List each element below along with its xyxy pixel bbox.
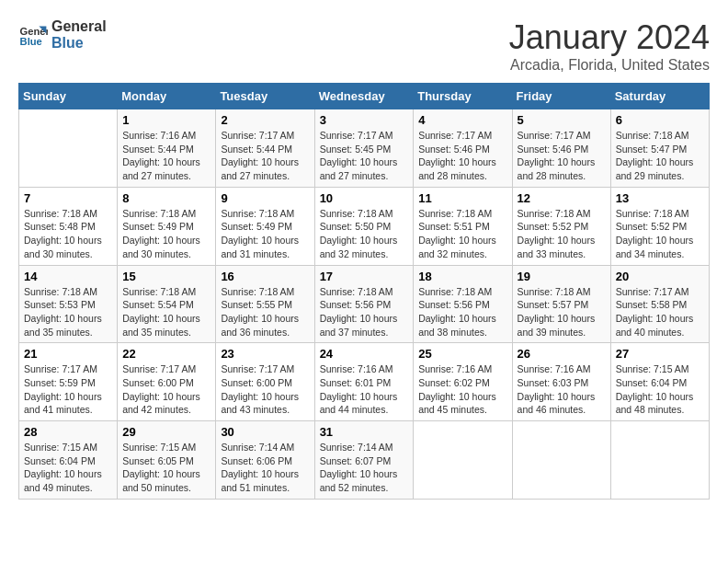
day-number: 23 xyxy=(221,347,309,361)
calendar-cell xyxy=(610,421,709,500)
calendar-cell: 8Sunrise: 7:18 AMSunset: 5:49 PMDaylight… xyxy=(118,187,216,265)
week-row-2: 7Sunrise: 7:18 AMSunset: 5:48 PMDaylight… xyxy=(19,187,710,265)
calendar-cell: 7Sunrise: 7:18 AMSunset: 5:48 PMDaylight… xyxy=(19,187,118,265)
page-header: General Blue General Blue January 2024 A… xyxy=(18,18,710,74)
calendar-cell xyxy=(414,421,512,500)
day-info: Sunrise: 7:18 AMSunset: 5:48 PMDaylight:… xyxy=(24,207,112,261)
day-number: 24 xyxy=(320,347,409,361)
week-row-5: 28Sunrise: 7:15 AMSunset: 6:04 PMDayligh… xyxy=(19,421,710,500)
header-day-sunday: Sunday xyxy=(19,84,118,109)
day-number: 19 xyxy=(518,270,606,283)
day-info: Sunrise: 7:14 AMSunset: 6:07 PMDaylight:… xyxy=(320,441,409,495)
calendar-cell: 23Sunrise: 7:17 AMSunset: 6:00 PMDayligh… xyxy=(216,343,314,421)
day-number: 6 xyxy=(616,113,704,127)
calendar-cell: 28Sunrise: 7:15 AMSunset: 6:04 PMDayligh… xyxy=(19,421,118,500)
calendar-cell: 25Sunrise: 7:16 AMSunset: 6:02 PMDayligh… xyxy=(414,343,512,421)
day-info: Sunrise: 7:16 AMSunset: 5:44 PMDaylight:… xyxy=(122,129,210,183)
day-info: Sunrise: 7:17 AMSunset: 6:00 PMDaylight:… xyxy=(122,362,210,417)
day-info: Sunrise: 7:18 AMSunset: 5:52 PMDaylight:… xyxy=(518,207,606,261)
day-info: Sunrise: 7:15 AMSunset: 6:04 PMDaylight:… xyxy=(616,362,704,417)
day-number: 10 xyxy=(320,191,409,205)
day-number: 1 xyxy=(122,113,210,127)
day-number: 5 xyxy=(518,113,606,127)
calendar-cell: 30Sunrise: 7:14 AMSunset: 6:06 PMDayligh… xyxy=(216,421,314,500)
day-number: 17 xyxy=(320,270,409,283)
calendar-cell: 9Sunrise: 7:18 AMSunset: 5:49 PMDaylight… xyxy=(216,187,314,265)
calendar-cell: 24Sunrise: 7:16 AMSunset: 6:01 PMDayligh… xyxy=(314,343,414,421)
calendar-subtitle: Arcadia, Florida, United States xyxy=(509,57,710,74)
calendar-cell: 29Sunrise: 7:15 AMSunset: 6:05 PMDayligh… xyxy=(118,421,216,500)
day-info: Sunrise: 7:17 AMSunset: 6:00 PMDaylight:… xyxy=(221,362,309,417)
day-number: 27 xyxy=(616,347,704,361)
header-day-thursday: Thursday xyxy=(414,84,512,109)
calendar-cell: 18Sunrise: 7:18 AMSunset: 5:56 PMDayligh… xyxy=(414,265,512,343)
calendar-table: SundayMondayTuesdayWednesdayThursdayFrid… xyxy=(18,83,710,500)
day-info: Sunrise: 7:18 AMSunset: 5:50 PMDaylight:… xyxy=(320,207,409,261)
day-number: 12 xyxy=(518,191,606,205)
day-number: 28 xyxy=(24,425,112,439)
calendar-cell: 31Sunrise: 7:14 AMSunset: 6:07 PMDayligh… xyxy=(314,421,414,500)
calendar-header: SundayMondayTuesdayWednesdayThursdayFrid… xyxy=(19,84,710,109)
calendar-cell: 27Sunrise: 7:15 AMSunset: 6:04 PMDayligh… xyxy=(610,343,709,421)
day-number: 13 xyxy=(616,191,704,205)
day-number: 26 xyxy=(518,347,606,361)
day-info: Sunrise: 7:18 AMSunset: 5:52 PMDaylight:… xyxy=(616,207,704,261)
day-number: 2 xyxy=(221,113,309,127)
calendar-title: January 2024 xyxy=(509,18,710,57)
day-info: Sunrise: 7:17 AMSunset: 5:44 PMDaylight:… xyxy=(221,129,309,183)
header-day-wednesday: Wednesday xyxy=(314,84,414,109)
calendar-cell: 4Sunrise: 7:17 AMSunset: 5:46 PMDaylight… xyxy=(414,109,512,188)
calendar-cell: 1Sunrise: 7:16 AMSunset: 5:44 PMDaylight… xyxy=(118,109,216,188)
day-info: Sunrise: 7:16 AMSunset: 6:01 PMDaylight:… xyxy=(320,362,409,417)
svg-text:Blue: Blue xyxy=(20,36,42,47)
week-row-3: 14Sunrise: 7:18 AMSunset: 5:53 PMDayligh… xyxy=(19,265,710,343)
calendar-body: 1Sunrise: 7:16 AMSunset: 5:44 PMDaylight… xyxy=(19,109,710,500)
calendar-cell: 3Sunrise: 7:17 AMSunset: 5:45 PMDaylight… xyxy=(314,109,414,188)
day-info: Sunrise: 7:17 AMSunset: 5:45 PMDaylight:… xyxy=(320,129,409,183)
day-number: 25 xyxy=(418,347,506,361)
day-number: 14 xyxy=(24,270,112,283)
day-number: 3 xyxy=(320,113,409,127)
day-info: Sunrise: 7:18 AMSunset: 5:55 PMDaylight:… xyxy=(221,285,309,339)
day-number: 7 xyxy=(24,191,112,205)
day-info: Sunrise: 7:18 AMSunset: 5:49 PMDaylight:… xyxy=(122,207,210,261)
day-number: 11 xyxy=(418,191,506,205)
day-info: Sunrise: 7:17 AMSunset: 5:46 PMDaylight:… xyxy=(518,129,606,183)
calendar-cell: 17Sunrise: 7:18 AMSunset: 5:56 PMDayligh… xyxy=(314,265,414,343)
logo-text-line1: General xyxy=(51,18,107,35)
calendar-cell: 14Sunrise: 7:18 AMSunset: 5:53 PMDayligh… xyxy=(19,265,118,343)
header-day-friday: Friday xyxy=(512,84,610,109)
day-info: Sunrise: 7:18 AMSunset: 5:49 PMDaylight:… xyxy=(221,207,309,261)
day-number: 31 xyxy=(320,425,409,439)
calendar-cell: 21Sunrise: 7:17 AMSunset: 5:59 PMDayligh… xyxy=(19,343,118,421)
day-info: Sunrise: 7:18 AMSunset: 5:51 PMDaylight:… xyxy=(418,207,506,261)
calendar-cell: 15Sunrise: 7:18 AMSunset: 5:54 PMDayligh… xyxy=(118,265,216,343)
title-block: January 2024 Arcadia, Florida, United St… xyxy=(509,18,710,74)
calendar-cell: 20Sunrise: 7:17 AMSunset: 5:58 PMDayligh… xyxy=(610,265,709,343)
header-row: SundayMondayTuesdayWednesdayThursdayFrid… xyxy=(19,84,710,109)
day-number: 30 xyxy=(221,425,309,439)
week-row-1: 1Sunrise: 7:16 AMSunset: 5:44 PMDaylight… xyxy=(19,109,710,188)
day-info: Sunrise: 7:14 AMSunset: 6:06 PMDaylight:… xyxy=(221,441,309,495)
day-number: 18 xyxy=(418,270,506,283)
calendar-cell: 5Sunrise: 7:17 AMSunset: 5:46 PMDaylight… xyxy=(512,109,610,188)
logo-text-line2: Blue xyxy=(51,35,107,52)
day-number: 22 xyxy=(122,347,210,361)
week-row-4: 21Sunrise: 7:17 AMSunset: 5:59 PMDayligh… xyxy=(19,343,710,421)
day-info: Sunrise: 7:18 AMSunset: 5:56 PMDaylight:… xyxy=(418,285,506,339)
day-number: 8 xyxy=(122,191,210,205)
day-number: 16 xyxy=(221,270,309,283)
day-info: Sunrise: 7:16 AMSunset: 6:03 PMDaylight:… xyxy=(518,362,606,417)
logo: General Blue General Blue xyxy=(18,18,107,51)
day-info: Sunrise: 7:15 AMSunset: 6:04 PMDaylight:… xyxy=(24,441,112,495)
day-info: Sunrise: 7:18 AMSunset: 5:47 PMDaylight:… xyxy=(616,129,704,183)
calendar-cell: 22Sunrise: 7:17 AMSunset: 6:00 PMDayligh… xyxy=(118,343,216,421)
calendar-cell: 19Sunrise: 7:18 AMSunset: 5:57 PMDayligh… xyxy=(512,265,610,343)
calendar-cell: 13Sunrise: 7:18 AMSunset: 5:52 PMDayligh… xyxy=(610,187,709,265)
day-info: Sunrise: 7:17 AMSunset: 5:58 PMDaylight:… xyxy=(616,285,704,339)
day-number: 9 xyxy=(221,191,309,205)
calendar-cell xyxy=(19,109,118,188)
day-number: 29 xyxy=(122,425,210,439)
day-info: Sunrise: 7:17 AMSunset: 5:46 PMDaylight:… xyxy=(418,129,506,183)
calendar-cell: 2Sunrise: 7:17 AMSunset: 5:44 PMDaylight… xyxy=(216,109,314,188)
